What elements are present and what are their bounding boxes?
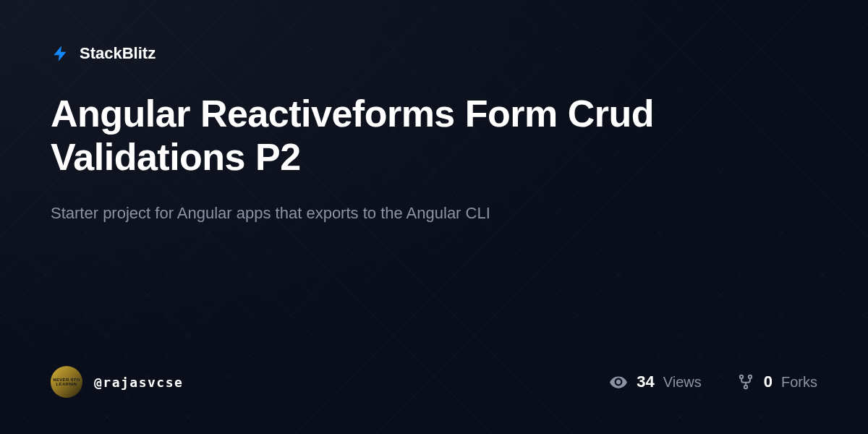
views-stat: 34 Views: [609, 373, 701, 391]
avatar-text-line2: LEARNIN: [56, 382, 77, 386]
forks-stat: 0 Forks: [736, 373, 817, 391]
svg-point-0: [740, 375, 743, 378]
author-section[interactable]: NEVER STO LEARNIN @rajasvcse: [51, 366, 183, 398]
eye-icon: [609, 373, 628, 391]
stats-section: 34 Views 0 Forks: [609, 373, 817, 391]
footer: NEVER STO LEARNIN @rajasvcse 34 Views: [51, 366, 817, 398]
fork-icon: [736, 373, 755, 391]
views-value: 34: [637, 373, 654, 391]
forks-value: 0: [764, 373, 773, 391]
project-description: Starter project for Angular apps that ex…: [51, 201, 600, 225]
brand-name: StackBlitz: [80, 44, 156, 63]
header: StackBlitz: [51, 43, 817, 64]
author-username[interactable]: @rajasvcse: [94, 375, 183, 390]
lightning-bolt-icon: [51, 43, 71, 64]
project-title: Angular Reactiveforms Form Crud Validati…: [51, 93, 716, 179]
views-label: Views: [663, 374, 702, 391]
avatar[interactable]: NEVER STO LEARNIN: [51, 366, 82, 398]
svg-point-1: [749, 375, 752, 378]
forks-label: Forks: [781, 374, 817, 391]
svg-point-2: [744, 386, 747, 388]
